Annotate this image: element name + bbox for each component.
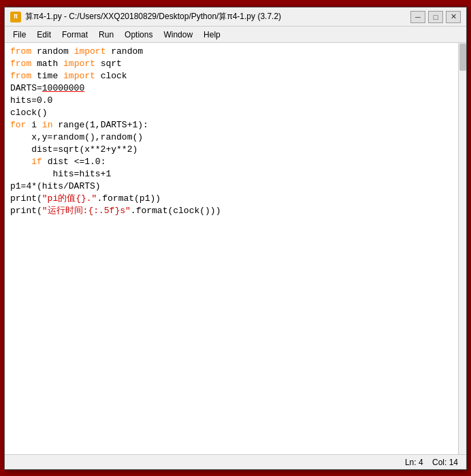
code-line-8: x,y=random(),random() — [10, 131, 453, 144]
close-button[interactable]: ✕ — [446, 11, 461, 23]
code-line-12: p1=4*(hits/DARTS) — [10, 180, 453, 193]
code-line-4: DARTS=10000000 — [10, 82, 453, 95]
status-ln: Ln: 4 — [405, 458, 423, 467]
editor-area: from random import random from math impo… — [5, 43, 466, 454]
code-line-6: clock() — [10, 107, 453, 119]
title-bar: π 算π4-1.py - C:/Users/XXQ20180829/Deskto… — [5, 7, 466, 27]
darts-value: 10000000 — [42, 82, 84, 95]
scrollbar-thumb[interactable] — [459, 44, 466, 71]
menu-file[interactable]: File — [7, 29, 31, 41]
menu-help[interactable]: Help — [198, 29, 226, 41]
code-line-11: hits=hits+1 — [10, 168, 453, 180]
scrollbar-vertical[interactable] — [458, 43, 466, 454]
main-window: π 算π4-1.py - C:/Users/XXQ20180829/Deskto… — [4, 7, 467, 470]
code-line-5: hits=0.0 — [10, 95, 453, 107]
code-line-1: from random import random — [10, 46, 453, 58]
menu-format[interactable]: Format — [56, 29, 93, 41]
menu-run[interactable]: Run — [93, 29, 119, 41]
status-bar: Ln: 4 Col: 14 — [5, 454, 466, 469]
code-line-14: print("运行时间:{:.5f}s".format(clock())) — [10, 205, 453, 217]
menu-options[interactable]: Options — [119, 29, 158, 41]
status-col: Col: 14 — [432, 458, 458, 467]
menu-bar: File Edit Format Run Options Window Help — [5, 27, 466, 43]
code-line-7: for i in range(1,DARTS+1): — [10, 119, 453, 131]
code-editor[interactable]: from random import random from math impo… — [5, 43, 458, 454]
minimize-button[interactable]: ─ — [410, 11, 425, 23]
app-icon: π — [10, 12, 21, 22]
code-line-9: dist=sqrt(x**2+y**2) — [10, 144, 453, 156]
window-title: 算π4-1.py - C:/Users/XXQ20180829/Desktop/… — [25, 11, 410, 22]
menu-edit[interactable]: Edit — [31, 29, 56, 41]
status-ln-col: Ln: 4 Col: 14 — [405, 458, 458, 467]
code-line-3: from time import clock — [10, 70, 453, 82]
menu-window[interactable]: Window — [158, 29, 198, 41]
kw-from-2: from — [10, 58, 37, 70]
code-line-10: if dist <=1.0: — [10, 156, 453, 168]
kw-from-1: from — [10, 46, 37, 58]
kw-from-3: from — [10, 70, 37, 82]
maximize-button[interactable]: □ — [428, 11, 443, 23]
code-line-2: from math import sqrt — [10, 58, 453, 70]
code-line-13: print("pi的值{}.".format(p1)) — [10, 193, 453, 205]
window-controls: ─ □ ✕ — [410, 11, 461, 23]
